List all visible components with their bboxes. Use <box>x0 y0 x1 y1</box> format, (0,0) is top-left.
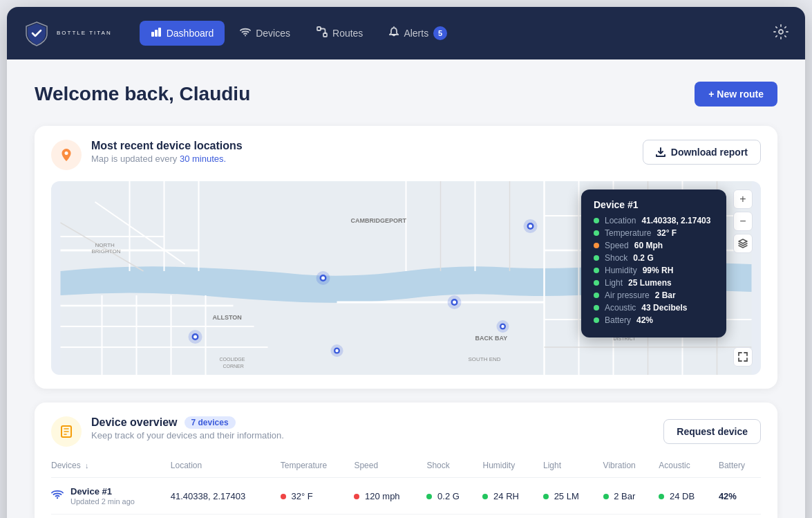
svg-point-7 <box>65 151 68 155</box>
request-device-button[interactable]: Request device <box>663 419 761 444</box>
map-container[interactable]: NORTH BRIGHTON ALLSTON COOLIDGE CORNER C… <box>51 181 761 375</box>
speed-indicator <box>354 494 359 499</box>
device-popup-title: Device #1 <box>594 199 714 210</box>
logo-shield-icon <box>23 20 50 46</box>
svg-point-51 <box>193 335 197 339</box>
map-update-link[interactable]: 30 minutes. <box>180 154 226 164</box>
svg-text:CORNER: CORNER <box>223 364 244 369</box>
logo-text: Bottle Titan <box>57 30 112 37</box>
logo: Bottle Titan <box>23 20 112 46</box>
device-temperature: 32° F <box>275 478 349 515</box>
svg-point-6 <box>779 30 783 34</box>
device-wifi-icon <box>51 489 64 503</box>
location-icon-circle <box>51 140 82 170</box>
popup-row-shock: Shock 0.2 G <box>594 253 714 263</box>
popup-row-battery: Battery 42% <box>594 315 714 325</box>
devices-sort-icon[interactable]: ↓ <box>85 461 89 470</box>
popup-row-acoustic: Acoustic 43 Decibels <box>594 303 714 313</box>
svg-text:SOUTH END: SOUTH END <box>469 356 501 362</box>
popup-row-light: Light 25 Lumens <box>594 278 714 288</box>
vibration-indicator <box>603 494 609 499</box>
svg-text:NORTH: NORTH <box>95 242 115 248</box>
device-overview-header: Device overview 7 devices Keep track of … <box>51 416 761 447</box>
svg-rect-0 <box>151 32 154 37</box>
battery-dot <box>594 317 599 323</box>
device-overview-title-section: Device overview 7 devices Keep track of … <box>51 416 284 447</box>
device-name-cell: Device #1 Updated 2 min ago <box>51 478 165 515</box>
svg-rect-1 <box>155 30 158 37</box>
device-location: 41.40338, 2.17403 <box>165 478 275 515</box>
download-report-button[interactable]: Download report <box>643 140 761 165</box>
airpressure-dot <box>594 293 599 298</box>
routes-icon <box>317 26 328 40</box>
page-header: Welcome back, Claudiu + New route <box>35 82 777 107</box>
acoustic-indicator <box>659 494 664 499</box>
nav-devices[interactable]: Devices <box>229 21 301 45</box>
col-speed: Speed <box>348 461 421 478</box>
svg-text:ALLSTON: ALLSTON <box>213 314 242 321</box>
col-light: Light <box>538 461 598 478</box>
speed-dot <box>594 243 599 248</box>
device-icon-circle <box>51 416 82 447</box>
col-temperature: Temperature <box>275 461 349 478</box>
main-content: Welcome back, Claudiu + New route Most r… <box>7 59 805 518</box>
device-vibration: 2 Bar <box>598 478 654 515</box>
wifi-nav-icon <box>240 27 251 39</box>
popup-row-temperature: Temperature 32° F <box>594 228 714 238</box>
svg-text:CAMBRIDGEPORT: CAMBRIDGEPORT <box>351 217 407 224</box>
popup-row-location: Location 41.40338, 2.17403 <box>594 216 714 225</box>
device-humidity: 24 RH <box>477 478 538 515</box>
map-expand-button[interactable] <box>733 347 753 367</box>
bell-icon <box>389 26 399 40</box>
map-card-title-area: Most recent device locations Map is upda… <box>51 140 243 170</box>
svg-rect-2 <box>158 28 161 37</box>
svg-point-57 <box>453 301 456 304</box>
svg-text:COOLIDGE: COOLIDGE <box>220 357 245 362</box>
device-light: 25 LM <box>538 478 598 515</box>
acoustic-dot <box>594 305 599 311</box>
map-card-title: Most recent device locations <box>91 140 243 152</box>
devices-table: Devices ↓ Location Temperature Speed Sho… <box>51 461 761 515</box>
device-overview-card: Device overview 7 devices Keep track of … <box>35 403 777 518</box>
device-updated: Updated 2 min ago <box>70 497 135 506</box>
col-vibration: Vibration <box>598 461 654 478</box>
nav-dashboard[interactable]: Dashboard <box>140 21 225 46</box>
humidity-dot <box>594 268 599 273</box>
alerts-badge: 5 <box>433 26 447 40</box>
temperature-dot <box>594 230 599 236</box>
new-route-button[interactable]: + New route <box>695 82 777 107</box>
zoom-in-button[interactable]: + <box>733 189 753 209</box>
nav-alerts[interactable]: Alerts 5 <box>378 21 458 46</box>
humidity-indicator <box>482 494 488 499</box>
dashboard-icon <box>151 26 162 40</box>
col-acoustic: Acoustic <box>653 461 713 478</box>
svg-text:BACK BAY: BACK BAY <box>475 335 508 342</box>
nav-links: Dashboard Devices <box>140 21 773 46</box>
svg-point-60 <box>529 225 532 228</box>
light-dot <box>594 280 599 286</box>
light-indicator <box>543 494 549 499</box>
device-shock: 0.2 G <box>421 478 477 515</box>
devices-count-badge: 7 devices <box>185 416 236 429</box>
page-title: Welcome back, Claudiu <box>35 83 250 105</box>
svg-point-74 <box>57 497 58 499</box>
map-card-subtitle: Map is updated every 30 minutes. <box>91 154 243 164</box>
map-card-header: Most recent device locations Map is upda… <box>51 140 761 170</box>
location-dot <box>594 218 599 223</box>
map-controls: + − <box>733 189 753 253</box>
col-battery: Battery <box>713 461 761 478</box>
device-speed: 120 mph <box>348 478 421 515</box>
popup-row-humidity: Humidity 99% RH <box>594 266 714 275</box>
layers-button[interactable] <box>733 234 753 253</box>
col-shock: Shock <box>421 461 477 478</box>
map-card: Most recent device locations Map is upda… <box>35 126 777 389</box>
device-overview-subtitle: Keep track of your devices and their inf… <box>91 430 284 441</box>
zoom-out-button[interactable]: − <box>733 212 753 231</box>
shock-indicator <box>426 494 432 499</box>
device-acoustic: 24 DB <box>653 478 713 515</box>
svg-point-54 <box>321 277 325 280</box>
svg-point-3 <box>245 35 246 37</box>
nav-routes[interactable]: Routes <box>305 21 374 46</box>
table-row: Device #1 Updated 2 min ago 41.40338, 2.… <box>51 478 761 515</box>
settings-icon[interactable] <box>773 27 789 42</box>
